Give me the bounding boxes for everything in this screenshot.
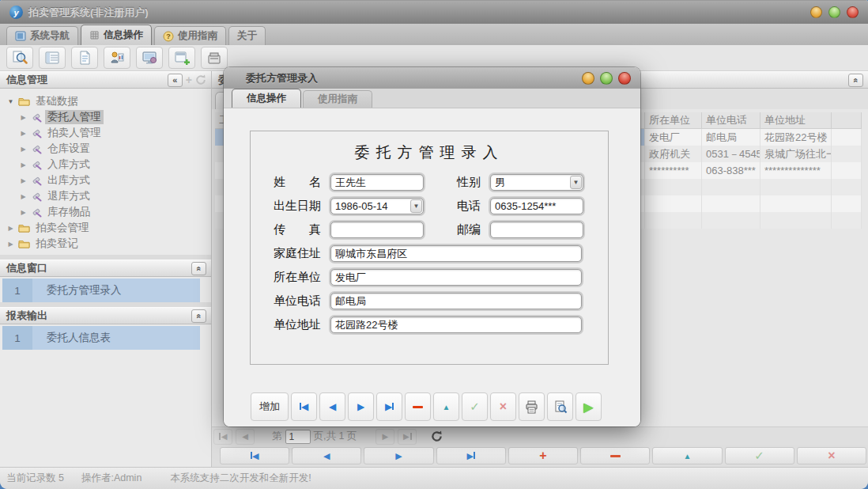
birthdate-select[interactable]: ▼ [330,198,424,214]
first-record-button[interactable]: ◀ [220,447,289,464]
record-nav-toolbar: ◀ ◀ ▶ ▶ + ▲ ✓ × [212,445,868,467]
expand-arrow-icon[interactable]: ▶ [19,177,28,184]
collapse-panel-button[interactable]: « [848,74,863,87]
print-button[interactable] [519,392,545,421]
collapse-sidebar-button[interactable]: « [168,74,183,87]
user-report-button[interactable] [104,47,130,69]
tab-about[interactable]: 关于 [228,26,266,45]
close-button[interactable] [847,6,859,18]
confirm-button[interactable]: ✓ [725,447,794,464]
name-field[interactable] [330,174,424,191]
column-header[interactable]: 所在单位 [645,112,702,129]
save-button[interactable]: ✓ [462,392,488,421]
expand-arrow-icon[interactable]: ▶ [6,225,15,232]
prev-record-button[interactable]: ◀ [292,447,361,464]
tree-item-return-mode[interactable]: ▶ 退库方式 [0,188,211,204]
tree-item-consignor-mgmt[interactable]: ▶ 委托人管理 [0,109,211,125]
document-button[interactable] [71,47,98,69]
dialog-minimize-button[interactable] [582,72,594,85]
refresh-icon[interactable] [195,74,206,85]
tree-item-warehouse-setup[interactable]: ▶ 仓库设置 [0,141,211,157]
new-window-button[interactable] [168,47,195,69]
expand-arrow-icon[interactable]: ▶ [6,241,15,248]
dialog-body: 委托方管理录入 姓 名 性别 ▼ 出生日期 [224,108,640,426]
unit-phone-field[interactable] [330,293,582,309]
last-record-button[interactable]: ▶ [436,447,506,464]
chevron-down-icon[interactable]: ▼ [570,176,582,189]
zip-field[interactable] [490,222,583,238]
first-record-button[interactable]: ◀ [291,392,317,421]
dialog-tab-user-guide[interactable]: 使用指南 [303,90,372,108]
phone-label: 电话 [457,199,482,214]
next-page-button[interactable]: ▶ [376,429,394,445]
cancel-button[interactable]: × [490,392,516,421]
expand-arrow-icon[interactable]: ▶ [19,193,28,200]
delete-button[interactable] [405,392,431,421]
print-preview-button[interactable] [547,392,573,421]
cell-unit-addr: ************** [760,162,832,179]
column-header[interactable]: 单位电话 [702,112,760,129]
last-page-button[interactable]: ▶ [398,429,417,445]
first-page-button[interactable]: ◀ [213,429,232,445]
tree-item-inbound-mode[interactable]: ▶ 入库方式 [0,157,211,172]
work-unit-field[interactable] [330,269,582,286]
tree-item-auction-mgmt[interactable]: ▶ 拍卖会管理 [0,220,211,236]
dialog-close-button[interactable] [618,72,631,85]
prev-record-button[interactable]: ◀ [319,392,345,421]
page-number-input[interactable] [285,430,311,444]
dialog-tab-info-operate[interactable]: 信息操作 [232,89,301,108]
gender-select[interactable]: ▼ [490,174,583,191]
folder-icon [18,223,30,233]
tab-user-guide[interactable]: ? 使用指南 [154,26,226,45]
list-view-button[interactable] [39,47,66,69]
archive-button[interactable] [201,47,228,69]
column-header[interactable]: 单位地址 [760,112,832,129]
tree-item-stock-items[interactable]: ▶ 库存物品 [0,204,211,220]
column-header[interactable] [832,112,862,129]
tab-info-operate[interactable]: 信息操作 [81,25,152,45]
expand-arrow-icon[interactable]: ▶ [19,161,28,169]
phone-field[interactable] [490,198,583,214]
expand-arrow-icon[interactable]: ▶ [19,146,28,153]
unit-address-field[interactable] [330,317,582,333]
next-record-button[interactable]: ▶ [364,447,433,464]
tree-item-label: 入库方式 [45,157,92,172]
cell-unit-phone: 邮电局 [702,129,760,146]
tree-item-label: 仓库设置 [45,142,92,156]
form-title: 委托方管理录入 [251,142,608,163]
home-address-field[interactable] [330,245,582,262]
collapse-panel-button[interactable]: « [191,309,206,323]
expand-arrow-icon[interactable]: ▶ [19,209,28,216]
add-icon[interactable]: + [186,74,192,85]
tree-item-outbound-mode[interactable]: ▶ 出库方式 [0,172,211,188]
prev-page-button[interactable]: ◀ [236,429,255,445]
tree-item-auction-register[interactable]: ▶ 拍卖登记 [0,236,211,252]
maximize-button[interactable] [828,6,840,18]
next-record-button[interactable]: ▶ [348,392,374,421]
run-button[interactable]: ▶ [576,392,602,421]
last-record-button[interactable]: ▶ [376,392,402,421]
expand-arrow-icon[interactable]: ▼ [6,98,15,105]
dialog-title: 委托方管理录入 [246,71,318,85]
tab-system-nav[interactable]: 系统导航 [6,26,78,45]
expand-arrow-icon[interactable]: ▶ [19,130,28,137]
edit-record-button[interactable]: ▲ [652,447,722,464]
delete-record-button[interactable] [580,447,650,464]
minimize-button[interactable] [810,6,822,18]
collapse-panel-button[interactable]: « [191,262,206,275]
edit-button[interactable]: ▲ [433,392,459,421]
chevron-down-icon[interactable]: ▼ [410,199,422,213]
search-button[interactable] [6,47,33,69]
cancel-button[interactable]: × [797,447,866,464]
fax-field[interactable] [330,222,424,238]
tree-item-auctioneer-mgmt[interactable]: ▶ 拍卖人管理 [0,125,211,141]
refresh-icon[interactable] [431,430,443,442]
tree-item-base-data[interactable]: ▼ 基础数据 [0,93,211,109]
add-button[interactable]: 增加 [251,392,289,421]
dialog-maximize-button[interactable] [600,72,613,85]
expand-arrow-icon[interactable]: ▶ [19,114,28,121]
list-item[interactable]: 1 委托方管理录入 [2,279,200,302]
monitor-button[interactable] [136,47,163,69]
list-item[interactable]: 1 委托人信息表 [2,326,200,350]
add-record-button[interactable]: + [508,447,578,464]
